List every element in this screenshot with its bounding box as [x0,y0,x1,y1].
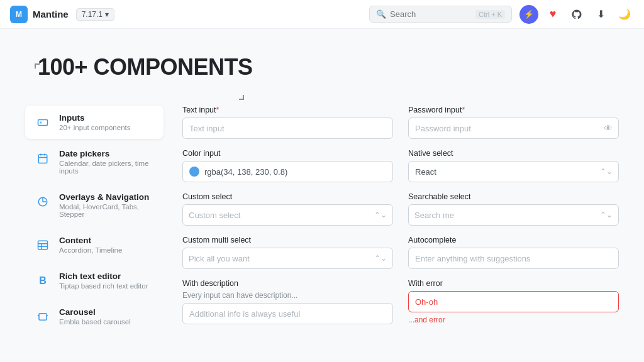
custom-select-group: Custom select Custom select ⌃⌄ [182,192,393,226]
theme-toggle-button[interactable]: 🌙 [615,5,634,24]
password-input-label: Password input* [408,106,619,114]
content-title: Content [59,236,122,245]
download-button[interactable]: ⬇ [591,5,610,24]
native-select[interactable]: React Vue Angular Svelte [408,161,619,182]
sidebar: Inputs 20+ input components Date pickers… [25,99,164,336]
sidebar-item-content[interactable]: Content Accordion, Timeline [25,228,164,261]
date-pickers-sub: Calendar, date pickers, time inputs [59,160,155,175]
password-input[interactable] [408,118,619,139]
svg-rect-9 [38,241,48,250]
inputs-sub: 20+ input components [59,124,130,131]
color-input-group: Color input rgba(34, 138, 230, 0.8) [182,149,393,182]
corner-decoration-tl [35,63,40,69]
overlays-sub: Modal, HoverCard, Tabs, Stepper [59,203,155,218]
date-pickers-title: Date pickers [59,149,155,158]
description-helper-text: Every input can have description... [182,291,393,300]
navbar-icons: ⚡ ♥ ⬇ 🌙 [519,5,634,24]
color-swatch [189,167,199,177]
carousel-icon [34,308,52,326]
content-sub: Accordion, Timeline [59,246,122,254]
color-input-label: Color input [182,149,393,158]
autocomplete-input[interactable] [408,248,619,269]
searchable-select-group: Searchable select Search me ⌃⌄ [408,192,619,226]
text-input[interactable] [182,118,393,139]
corner-decoration-br [239,95,244,100]
content-icon [34,236,52,254]
error-input[interactable] [408,291,619,312]
form-grid: Text input* Password input* 👁 [182,106,619,324]
multi-select-group: Custom multi select Pick all you want ⌃⌄ [182,236,393,269]
error-label: With error [408,279,619,288]
inputs-title: Inputs [59,113,130,123]
content-area: Inputs 20+ input components Date pickers… [0,99,644,361]
color-value: rgba(34, 138, 230, 0.8) [204,167,287,177]
rich-text-sub: Tiptap based rich text editor [59,282,148,290]
autocomplete-group: Autocomplete [408,236,619,269]
inputs-icon [34,114,52,131]
sidebar-item-date-pickers[interactable]: Date pickers Calendar, date pickers, tim… [25,141,164,182]
form-area: Text input* Password input* 👁 [182,99,619,336]
carousel-title: Carousel [59,307,131,317]
overlays-icon [34,193,52,211]
sidebar-item-carousel[interactable]: Carousel Embla based carousel [25,300,164,333]
version-badge[interactable]: 7.17.1 ▾ [76,8,114,21]
native-select-label: Native select [408,149,619,158]
search-shortcut: Ctrl + K [475,10,505,19]
description-input[interactable] [182,303,393,324]
chevron-down-icon: ▾ [105,10,109,19]
password-input-group: Password input* 👁 [408,106,619,139]
github-button[interactable] [567,5,586,24]
eye-icon[interactable]: 👁 [604,123,613,133]
hero-section: 100+ COMPONENTS [0,29,644,99]
overlays-title: Overlays & Navigation [59,192,155,202]
description-group: With description Every input can have de… [182,279,393,324]
autocomplete-label: Autocomplete [408,236,619,244]
search-input[interactable] [390,9,472,19]
sidebar-item-inputs[interactable]: Inputs 20+ input components [25,106,164,139]
rich-text-title: Rich text editor [59,272,148,281]
description-label: With description [182,279,393,288]
navbar-logo[interactable]: M Mantine [10,6,69,23]
custom-select-label: Custom select [182,192,393,201]
date-pickers-icon [34,150,52,167]
multi-select-label: Custom multi select [182,236,393,244]
svg-rect-0 [38,120,48,126]
svg-rect-13 [39,314,47,321]
main-content: 100+ COMPONENTS Inputs 20+ input compone… [0,0,644,362]
searchable-select-label: Searchable select [408,192,619,201]
navbar: M Mantine 7.17.1 ▾ 🔍 Ctrl + K ⚡ ♥ ⬇ 🌙 [0,0,644,29]
search-icon: 🔍 [376,9,386,19]
hero-title: 100+ COMPONENTS [38,54,606,80]
logo-icon: M [10,6,28,23]
sidebar-item-rich-text[interactable]: B Rich text editor Tiptap based rich tex… [25,264,164,297]
rich-text-icon: B [34,272,52,290]
search-bar[interactable]: 🔍 Ctrl + K [369,6,512,23]
carousel-sub: Embla based carousel [59,318,131,326]
error-group: With error ...and error [408,279,619,324]
searchable-select[interactable] [408,204,619,226]
multi-select[interactable] [182,248,393,269]
heart-button[interactable]: ♥ [543,5,562,24]
native-select-group: Native select React Vue Angular Svelte ⌃… [408,149,619,182]
error-message: ...and error [408,315,619,324]
svg-rect-2 [38,155,47,163]
text-input-group: Text input* [182,106,393,139]
discord-button[interactable]: ⚡ [519,5,538,24]
navbar-brand: Mantine [33,9,69,19]
text-input-label: Text input* [182,106,393,114]
sidebar-item-overlays[interactable]: Overlays & Navigation Modal, HoverCard, … [25,185,164,226]
color-input[interactable]: rgba(34, 138, 230, 0.8) [182,161,393,182]
custom-select[interactable] [182,204,393,226]
